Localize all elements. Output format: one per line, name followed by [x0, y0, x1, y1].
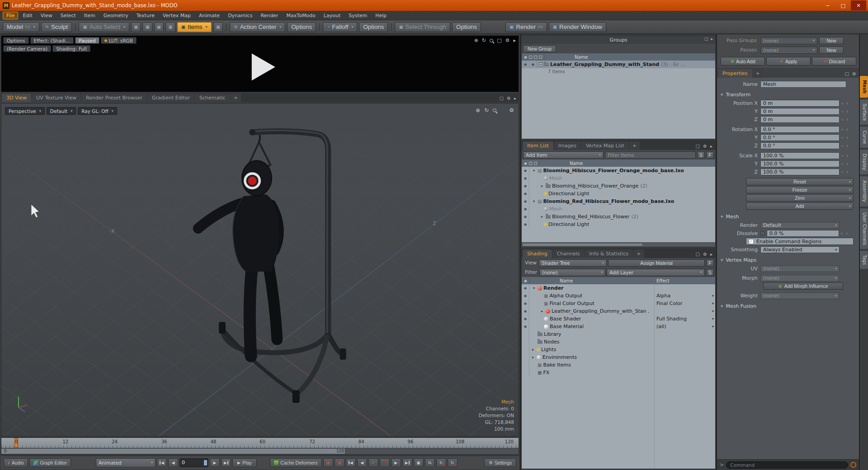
render-toggle-icon[interactable]: ◉ [529, 61, 537, 68]
panel-menu-icon[interactable]: ▸ [711, 37, 713, 41]
menu-view[interactable]: View [37, 12, 56, 19]
assign-material-button[interactable]: Assign Material [608, 259, 705, 267]
item-row[interactable]: ◉ ▾ ▤ Blooming_Red_Hibiscus_Flower_modo_… [522, 197, 715, 205]
effect-column-header[interactable]: Effect [656, 278, 670, 283]
rotation-x-field[interactable]: 0.0 ° [760, 126, 840, 133]
perspective-select[interactable]: Perspective▾ [5, 107, 45, 115]
rotation-y-field[interactable]: 0.0 ° [760, 134, 840, 141]
select-materials-icon[interactable]: ▣ [165, 22, 175, 32]
falloff-options-button[interactable]: Options [359, 22, 388, 32]
new-pass-group-button[interactable]: New [819, 37, 844, 44]
new-pass-button[interactable]: New [819, 47, 844, 54]
horizontal-scrollbar[interactable] [522, 242, 715, 247]
tab-channels[interactable]: Channels [552, 249, 585, 258]
shader-row[interactable]: Nodes [522, 338, 715, 346]
shader-row[interactable]: ◉ ▦ Final Color Output Final Color▾ [522, 300, 715, 307]
side-tab-surface[interactable]: Surface [860, 99, 868, 125]
position-x-field[interactable]: 0 m [760, 100, 840, 107]
render-select[interactable]: Default▾ [760, 222, 840, 229]
frame-input[interactable] [182, 460, 200, 465]
settings-button[interactable]: ⚙ Settings [484, 458, 516, 467]
item-row[interactable]: ◉ ▾ ▤ Blooming_Hibiscus_Flower_Orange_mo… [522, 167, 715, 174]
shader-view-select[interactable]: Shader Tree▾ [539, 259, 607, 267]
timeline-ruler[interactable]: 0 12 24 36 48 60 72 84 96 108 120 [1, 438, 519, 448]
keyframe-tool-icon[interactable]: ▣ [414, 458, 424, 467]
eye-icon[interactable]: ◉ [522, 61, 529, 68]
shader-row[interactable]: ◉ ▾ Render [522, 284, 715, 292]
shader-row[interactable]: ▩ FX [522, 369, 715, 376]
previous-frame-button[interactable]: ◀ [168, 458, 178, 467]
freeze-button[interactable]: Freeze▾ [746, 186, 854, 193]
previous-key-icon[interactable]: ◀ [346, 458, 356, 467]
shader-row[interactable]: ▸ Environments [522, 353, 715, 361]
vertex-maps-section-header[interactable]: ▼Vertex Maps [721, 257, 857, 263]
select-edges-icon[interactable]: ▣ [142, 22, 152, 32]
tab-gradient-editor[interactable]: Gradient Editor [147, 94, 194, 102]
eye-icon[interactable]: ◉ [522, 197, 529, 205]
chevron-down-icon[interactable]: ▾ [712, 317, 714, 321]
menu-system[interactable]: System [345, 12, 371, 19]
add-tab-button[interactable]: + [633, 249, 644, 258]
new-group-button[interactable]: New Group [523, 45, 556, 52]
render-window-button[interactable]: ▣Render Window [549, 22, 606, 32]
menu-help[interactable]: Help [372, 12, 390, 19]
range-segment[interactable] [1, 449, 345, 454]
side-tab-curve[interactable]: Curve [860, 127, 868, 148]
selected-filter-button[interactable]: S [697, 151, 705, 159]
zero-button[interactable]: Zero▾ [746, 194, 854, 202]
item-row[interactable]: ◉ Directional Light [522, 221, 715, 228]
tab-vertex-map-list[interactable]: Vertex Map List [581, 141, 629, 150]
rotate-icon[interactable]: ↻ [484, 107, 489, 113]
passes-select[interactable]: (none)▾ [760, 47, 817, 54]
animation-mode-select[interactable]: Animated▾ [96, 458, 156, 467]
eye-icon[interactable]: ◉ [522, 182, 529, 190]
preview-camera-button[interactable]: (Render Camera) [3, 45, 51, 52]
item-row[interactable]: ◉ Mesh [522, 174, 715, 182]
expander-icon[interactable]: ▸ [539, 184, 545, 188]
position-z-field[interactable]: 0 m [760, 116, 840, 123]
select-polygons-icon[interactable]: ▣ [154, 22, 164, 32]
menu-texture[interactable]: Texture [133, 12, 158, 19]
next-frame-button[interactable]: ▶ [210, 458, 220, 467]
add-tab-button[interactable]: + [231, 94, 241, 102]
select-through-options-button[interactable]: Options [452, 22, 481, 32]
mesh-fusion-section-header[interactable]: ▼Mesh Fusion [721, 303, 857, 309]
shader-row[interactable]: ▸ Lights [522, 346, 715, 353]
zoom-icon[interactable] [490, 39, 493, 42]
shader-row[interactable]: ▦ Bake Items [522, 361, 715, 369]
eye-icon[interactable]: ◉ [522, 190, 529, 197]
tab-3d-view[interactable]: 3D View [2, 94, 31, 102]
scrollbar-thumb[interactable] [523, 244, 642, 246]
maximize-panel-icon[interactable]: □ [704, 37, 708, 41]
timeline-range-bar[interactable]: 0 120 [1, 448, 519, 454]
panel-menu-icon[interactable]: ▸ [710, 252, 712, 257]
discard-button[interactable]: ✕Discard [812, 57, 856, 66]
select-vertices-icon[interactable]: ▣ [131, 22, 141, 32]
panel-menu-icon[interactable]: ▸ [514, 96, 516, 101]
spinner-icon[interactable]: ‹ › [841, 127, 849, 132]
pan-icon[interactable]: ⊕ [476, 107, 480, 113]
eye-icon[interactable]: ◉ [522, 174, 529, 182]
shading-style-select[interactable]: Default▾ [47, 107, 76, 115]
menu-maxtomodo[interactable]: MaxToModo [283, 12, 319, 19]
pan-icon[interactable]: ⊕ [474, 38, 478, 43]
expander-icon[interactable]: ▸ [539, 215, 545, 219]
expand-plus-icon[interactable]: + [539, 62, 543, 66]
next-key-icon[interactable]: ▶ [402, 458, 412, 467]
name-input[interactable] [760, 81, 846, 88]
maximize-panel-icon[interactable]: □ [696, 144, 700, 149]
expander-icon[interactable]: ▸ [530, 355, 536, 359]
chevron-down-icon[interactable]: ▾ [712, 309, 714, 313]
go-to-end-button[interactable]: ▶ [221, 458, 231, 467]
minimize-icon[interactable]: ─ [820, 0, 835, 10]
eye-icon[interactable]: ◉ [522, 284, 529, 292]
transform-section-header[interactable]: ▼Transform [721, 92, 857, 98]
key-mode-icon[interactable]: ◉ [335, 458, 344, 467]
tab-item-list[interactable]: Item List [523, 141, 553, 150]
sculpt-mode-button[interactable]: ✎Sculpt [41, 22, 72, 32]
swap-tool-icon[interactable]: ⇆ [425, 458, 435, 467]
tab-shading[interactable]: Shading [523, 249, 552, 258]
selected-filter-button[interactable]: S [706, 269, 714, 276]
add-tab-button[interactable]: + [753, 69, 763, 78]
spinner-icon[interactable]: ‹ › [841, 231, 849, 236]
